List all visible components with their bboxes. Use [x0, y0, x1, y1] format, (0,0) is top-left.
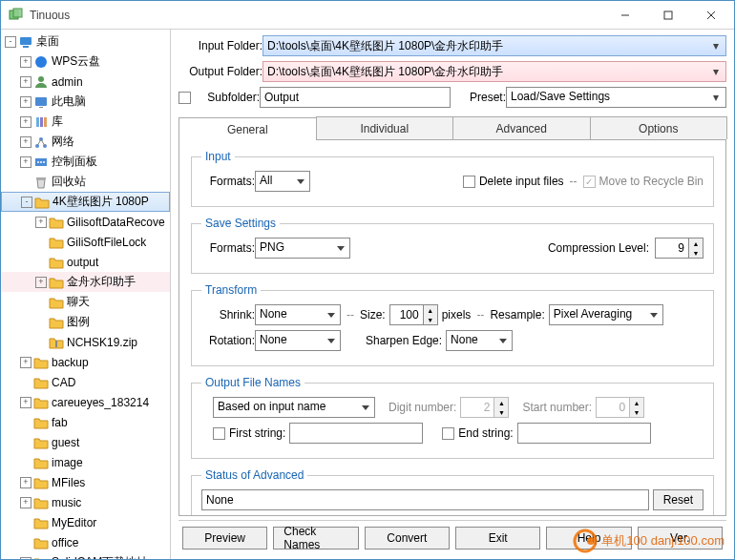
- save-formats-select[interactable]: PNG: [255, 238, 350, 259]
- folder-tree[interactable]: -桌面+WPS云盘+admin+此电脑+库+网络+控制面板回收站-4K壁纸图片 …: [1, 30, 171, 559]
- subfolder-input[interactable]: [260, 87, 451, 108]
- expand-icon[interactable]: +: [20, 477, 32, 488]
- close-button[interactable]: [689, 2, 732, 29]
- tree-node[interactable]: +backup: [1, 352, 170, 372]
- input-formats-select[interactable]: All: [255, 171, 310, 192]
- tree-node[interactable]: +careueyes_183214: [1, 392, 170, 412]
- tree-node[interactable]: +控制面板: [1, 152, 170, 172]
- tree-node[interactable]: +此电脑: [1, 92, 170, 112]
- tree-node[interactable]: output: [1, 252, 170, 272]
- tree-node[interactable]: NCHSK19.zip: [1, 332, 170, 352]
- tree-label: admin: [52, 75, 83, 89]
- expand-icon[interactable]: +: [20, 156, 32, 168]
- output-folder-combo[interactable]: D:\tools\桌面\4K壁纸图片 1080P\金舟水印助手▾: [262, 61, 726, 82]
- tree-node[interactable]: 图例: [1, 312, 170, 332]
- expand-icon[interactable]: [20, 537, 32, 549]
- size-spinner[interactable]: ▲▼: [389, 304, 438, 325]
- delete-input-checkbox[interactable]: [463, 176, 475, 188]
- tree-node[interactable]: GiliSoftFileLock: [1, 232, 170, 252]
- bottom-bar: Preview Check Names Convert Exit Help Ve…: [178, 520, 726, 555]
- tab-bar: General Individual Advanced Options: [178, 116, 726, 140]
- end-string-checkbox[interactable]: [442, 427, 454, 440]
- svg-rect-14: [44, 117, 47, 127]
- tree-node[interactable]: image: [1, 452, 170, 472]
- rotation-select[interactable]: None: [255, 330, 341, 351]
- expand-icon[interactable]: [35, 297, 47, 308]
- compression-spinner[interactable]: ▲▼: [655, 238, 704, 259]
- tree-label: guest: [52, 436, 79, 449]
- expand-icon[interactable]: [20, 457, 32, 468]
- expand-icon[interactable]: [20, 176, 32, 188]
- tree-node[interactable]: +GilisoftDataRecove: [1, 212, 170, 232]
- expand-icon[interactable]: [20, 417, 32, 428]
- expand-icon[interactable]: +: [20, 557, 32, 560]
- expand-icon[interactable]: +: [20, 397, 32, 408]
- expand-icon[interactable]: [20, 437, 32, 448]
- tab-options[interactable]: Options: [590, 116, 728, 139]
- expand-icon[interactable]: -: [5, 36, 16, 48]
- tree-node[interactable]: -桌面: [1, 31, 170, 52]
- expand-icon[interactable]: [35, 317, 47, 328]
- tree-node[interactable]: +SolidCAM下载地址: [1, 552, 170, 559]
- maximize-button[interactable]: [646, 2, 689, 29]
- tab-individual[interactable]: Individual: [316, 116, 454, 139]
- first-string-checkbox[interactable]: [213, 427, 225, 440]
- tree-node[interactable]: MyEditor: [1, 512, 170, 532]
- name-base-select[interactable]: Based on input name: [213, 397, 375, 418]
- subfolder-checkbox[interactable]: [178, 92, 191, 104]
- expand-icon[interactable]: +: [20, 357, 32, 368]
- tree-node[interactable]: +库: [1, 112, 170, 132]
- resample-select[interactable]: Pixel Averaging: [549, 304, 663, 325]
- app-icon: [9, 8, 24, 23]
- first-string-input[interactable]: [289, 423, 423, 444]
- tree-node[interactable]: -4K壁纸图片 1080P: [1, 192, 170, 212]
- expand-icon[interactable]: [20, 517, 32, 529]
- help-button[interactable]: Help: [546, 527, 631, 550]
- tree-node[interactable]: 回收站: [1, 172, 170, 192]
- end-string-input[interactable]: [517, 423, 651, 444]
- tab-general[interactable]: General: [178, 117, 317, 140]
- expand-icon[interactable]: +: [20, 76, 32, 88]
- tree-node[interactable]: guest: [1, 432, 170, 452]
- tree-node[interactable]: office: [1, 532, 170, 552]
- expand-icon[interactable]: +: [20, 56, 32, 68]
- expand-icon[interactable]: +: [20, 116, 32, 128]
- tree-node[interactable]: +admin: [1, 72, 170, 92]
- svg-rect-10: [35, 97, 47, 106]
- digit-label: Digit number:: [388, 401, 456, 414]
- tree-node[interactable]: +music: [1, 492, 170, 512]
- expand-icon[interactable]: -: [21, 197, 32, 208]
- convert-button[interactable]: Convert: [365, 527, 450, 550]
- sharpen-select[interactable]: None: [446, 330, 513, 351]
- tree-node[interactable]: 聊天: [1, 292, 170, 312]
- status-input[interactable]: [201, 489, 649, 510]
- tab-advanced[interactable]: Advanced: [452, 116, 591, 139]
- tree-node[interactable]: fab: [1, 412, 170, 432]
- tree-label: 桌面: [36, 33, 59, 50]
- expand-icon[interactable]: +: [35, 277, 47, 288]
- ver-button[interactable]: Ver.: [638, 527, 723, 550]
- tree-node[interactable]: CAD: [1, 372, 170, 392]
- shrink-select[interactable]: None: [255, 304, 341, 325]
- expand-icon[interactable]: [35, 237, 47, 248]
- tree-label: backup: [52, 356, 89, 369]
- expand-icon[interactable]: [35, 337, 47, 348]
- tree-node[interactable]: +网络: [1, 132, 170, 152]
- preview-button[interactable]: Preview: [182, 527, 267, 550]
- check-names-button[interactable]: Check Names: [273, 527, 358, 550]
- svg-rect-7: [23, 46, 29, 48]
- input-folder-combo[interactable]: D:\tools\桌面\4K壁纸图片 1080P\金舟水印助手▾: [262, 35, 726, 56]
- minimize-button[interactable]: [603, 2, 646, 29]
- tree-node[interactable]: +MFiles: [1, 472, 170, 492]
- exit-button[interactable]: Exit: [455, 527, 540, 550]
- expand-icon[interactable]: +: [20, 136, 32, 148]
- expand-icon[interactable]: [35, 257, 47, 268]
- expand-icon[interactable]: +: [20, 497, 32, 508]
- preset-combo[interactable]: Load/Save Settings▾: [506, 87, 726, 108]
- tree-node[interactable]: +WPS云盘: [1, 52, 170, 72]
- expand-icon[interactable]: +: [35, 217, 47, 228]
- expand-icon[interactable]: [20, 377, 32, 388]
- expand-icon[interactable]: +: [20, 96, 32, 108]
- reset-button[interactable]: Reset: [653, 489, 704, 510]
- tree-node[interactable]: +金舟水印助手: [1, 272, 170, 292]
